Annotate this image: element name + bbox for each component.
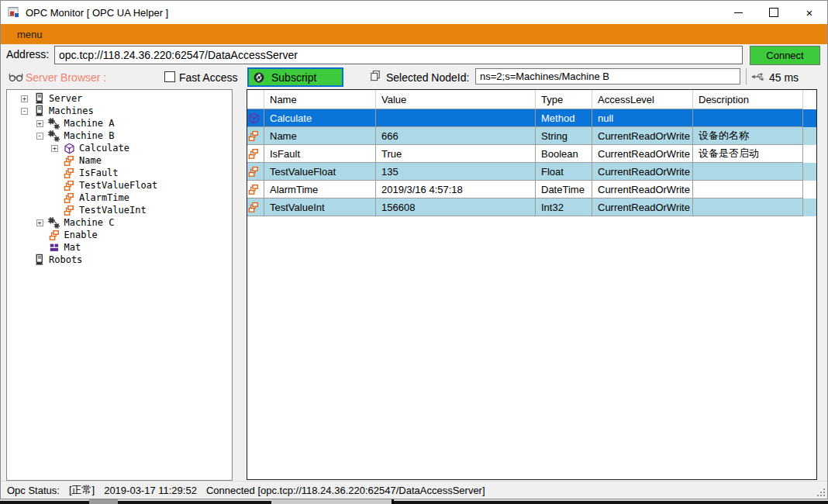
machine-icon bbox=[48, 129, 60, 142]
grid-cell-type: Method bbox=[536, 109, 592, 127]
grid-header-icon-column bbox=[247, 90, 264, 109]
grid-header-value[interactable]: Value bbox=[376, 90, 536, 109]
close-button[interactable]: × bbox=[792, 1, 827, 24]
resize-grip[interactable] bbox=[817, 488, 825, 496]
grid-row-icon-cell bbox=[247, 181, 264, 198]
material-icon bbox=[48, 241, 60, 254]
tree-item-machines[interactable]: -Machines bbox=[7, 105, 232, 117]
tree-item-label: IsFault bbox=[79, 167, 119, 178]
variable-icon bbox=[63, 204, 75, 216]
grid-cell-value: 135 bbox=[376, 163, 536, 181]
grid-cell-description: 设备的名称 bbox=[693, 127, 803, 145]
grid-row-isfault[interactable]: IsFaultTrueBooleanCurrentReadOrWrite设备是否… bbox=[247, 145, 816, 163]
grid-cell-name: AlarmTime bbox=[264, 181, 376, 198]
subscribe-label: Subscript bbox=[271, 71, 316, 84]
collapse-icon[interactable]: - bbox=[36, 133, 43, 140]
grid-cell-description bbox=[693, 109, 803, 127]
grid-cell-type: DateTime bbox=[536, 181, 592, 198]
fast-access-label[interactable]: Fast Access bbox=[179, 71, 237, 84]
grid-cell-accesslevel: CurrentReadOrWrite bbox=[592, 181, 693, 198]
tree-item-machine-b[interactable]: -Machine B bbox=[7, 129, 232, 142]
tree-item-label: TestValueInt bbox=[79, 205, 147, 216]
title-bar: OPC Monitor [ OPC UA Helper ] × bbox=[1, 1, 827, 24]
grid-row-icon-cell bbox=[247, 145, 264, 163]
tree-item-label: Enable bbox=[64, 230, 98, 240]
variable-icon bbox=[247, 129, 260, 142]
grid-cell-type: Boolean bbox=[536, 145, 592, 163]
node-attributes-grid: NameValueTypeAccessLevelDescription Calc… bbox=[247, 89, 817, 480]
grid-row-testvaluefloat[interactable]: TestValueFloat135FloatCurrentReadOrWrite bbox=[247, 163, 816, 181]
address-input[interactable] bbox=[54, 46, 743, 64]
selected-nodeid-input[interactable] bbox=[475, 68, 740, 85]
expand-icon[interactable]: + bbox=[51, 145, 58, 152]
grid-row-name[interactable]: Name666StringCurrentReadOrWrite设备的名称 bbox=[247, 127, 816, 145]
tree-item-robots[interactable]: +Robots bbox=[7, 254, 232, 266]
tree-item-label: Mat bbox=[64, 242, 81, 253]
tree-item-server[interactable]: +Server bbox=[7, 92, 232, 105]
fast-access-checkbox[interactable] bbox=[164, 71, 175, 82]
tree-item-calculate[interactable]: +Calculate bbox=[7, 142, 232, 154]
tree-item-label: Calculate bbox=[79, 143, 129, 154]
grid-cell-value: True bbox=[376, 145, 536, 163]
expand-icon[interactable]: + bbox=[21, 95, 28, 102]
status-timestamp: 2019-03-17 11:29:52 bbox=[104, 485, 197, 496]
selected-nodeid-label: Selected NodeId: bbox=[386, 71, 469, 84]
tree-item-label: Machine B bbox=[64, 130, 115, 141]
grid-header-name[interactable]: Name bbox=[264, 90, 376, 109]
tree-item-isfault[interactable]: +IsFault bbox=[7, 167, 232, 179]
expand-icon[interactable]: + bbox=[36, 219, 43, 226]
grid-cell-name: Calculate bbox=[264, 109, 376, 127]
grid-cell-value: 666 bbox=[376, 127, 536, 145]
variable-icon bbox=[247, 165, 260, 178]
tree-item-label: TestValueFloat bbox=[79, 180, 157, 191]
tree-item-label: Machines bbox=[49, 105, 94, 116]
taskbar-tick bbox=[392, 499, 394, 504]
grid-cell-description bbox=[693, 181, 803, 198]
grid-row-icon-cell bbox=[247, 127, 264, 145]
variable-icon bbox=[63, 192, 75, 204]
tree-item-label: Machine C bbox=[64, 217, 115, 228]
grid-cell-description bbox=[693, 163, 803, 181]
grid-row-icon-cell bbox=[247, 198, 264, 216]
app-icon bbox=[8, 6, 20, 19]
grid-header-type[interactable]: Type bbox=[536, 90, 592, 109]
minimize-button[interactable] bbox=[720, 1, 756, 24]
tree-item-testvalueint[interactable]: +TestValueInt bbox=[7, 204, 232, 216]
tree-item-machine-a[interactable]: +Machine A bbox=[7, 117, 232, 129]
tree-item-name[interactable]: +Name bbox=[7, 154, 232, 167]
subscribe-button[interactable]: Subscript bbox=[247, 67, 343, 87]
grid-row-alarmtime[interactable]: AlarmTime2019/3/16 4:57:18DateTimeCurren… bbox=[247, 181, 816, 198]
grid-cell-name: TestValueFloat bbox=[264, 163, 376, 181]
grid-row-testvalueint[interactable]: TestValueInt156608Int32CurrentReadOrWrit… bbox=[247, 198, 816, 216]
expand-icon[interactable]: + bbox=[36, 120, 43, 127]
grid-row-icon-cell bbox=[247, 163, 264, 181]
tree-item-testvaluefloat[interactable]: +TestValueFloat bbox=[7, 179, 232, 192]
grid-row-icon-cell bbox=[247, 109, 264, 127]
close-icon: × bbox=[806, 7, 813, 19]
window-title: OPC Monitor [ OPC UA Helper ] bbox=[26, 7, 168, 19]
tree-item-alarmtime[interactable]: +AlarmTime bbox=[7, 192, 232, 204]
collapse-icon[interactable]: - bbox=[21, 108, 28, 115]
variable-icon bbox=[63, 154, 75, 167]
variable-icon bbox=[63, 179, 75, 192]
grid-header-accesslevel[interactable]: AccessLevel bbox=[592, 90, 693, 109]
connect-button[interactable]: Connect bbox=[750, 46, 820, 65]
method-icon bbox=[63, 142, 75, 154]
grid-header-description[interactable]: Description bbox=[693, 90, 803, 109]
menu-bar: menu bbox=[1, 24, 827, 44]
tree-item-label: Robots bbox=[49, 254, 82, 265]
grid-cell-accesslevel: CurrentReadOrWrite bbox=[592, 163, 693, 181]
status-label: Opc Status: bbox=[7, 485, 60, 496]
latency-value: 45 ms bbox=[769, 71, 799, 84]
tree-item-machine-c[interactable]: +Machine C bbox=[7, 216, 232, 229]
tree-item-enable[interactable]: +Enable bbox=[7, 229, 232, 241]
menu-item-menu[interactable]: menu bbox=[12, 26, 47, 43]
grid-row-calculate[interactable]: CalculateMethodnull bbox=[247, 109, 816, 127]
toolbar-separator bbox=[746, 68, 747, 85]
server-browser-icon bbox=[9, 71, 23, 85]
machine-icon bbox=[48, 216, 60, 229]
maximize-button[interactable] bbox=[756, 1, 792, 24]
connection-latency-icon bbox=[750, 71, 764, 85]
server-browser-tree: +Server-Machines+Machine A-Machine B+Cal… bbox=[6, 89, 233, 481]
tree-item-mat[interactable]: +Mat bbox=[7, 241, 232, 254]
